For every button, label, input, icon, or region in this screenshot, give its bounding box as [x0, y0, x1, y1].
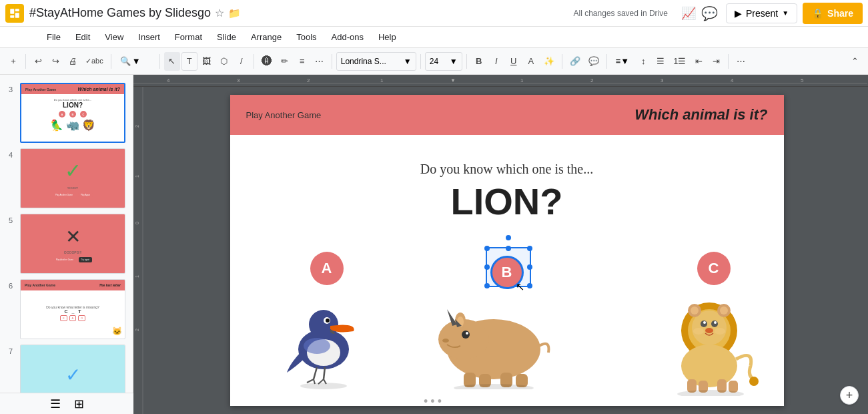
handle-tm[interactable] [506, 246, 511, 251]
th6-right: The last letter [99, 283, 121, 287]
th3-right: Which animal is it? [78, 87, 120, 91]
share-button[interactable]: 🔒 Share [803, 3, 863, 24]
label-a-text: A [322, 260, 332, 277]
bold-button[interactable]: B [471, 52, 487, 71]
slide-item-5[interactable]: 5 ✕ OOOOPS!!! Play Another Game Try agai… [0, 211, 133, 276]
th4-buttons: Play Another Game Play Again [53, 192, 93, 198]
th5-buttons: Play Another Game Try again [53, 257, 92, 262]
slide-thumb-3: Play Another Game Which animal is it? Do… [20, 83, 125, 143]
slide-canvas: Play Another Game Which animal is it? Do… [230, 95, 784, 406]
image-tool[interactable]: 🖼 [199, 52, 215, 71]
font-name-dropdown[interactable]: Londrina S... ▼ [336, 52, 416, 71]
sep1 [25, 54, 26, 69]
indent-increase[interactable]: ⇥ [708, 52, 724, 71]
undo-button[interactable]: ↩ [30, 52, 46, 71]
menu-help[interactable]: Help [372, 29, 403, 45]
th3-circle-c: C [80, 111, 87, 118]
handle-tr[interactable] [527, 246, 532, 251]
collapse-toolbar[interactable]: ⌃ [847, 52, 863, 71]
th3-answer: LION? [63, 101, 83, 109]
handle-rm[interactable] [527, 264, 532, 270]
underline-button[interactable]: U [506, 52, 522, 71]
menu-file[interactable]: File [40, 29, 67, 45]
text-align-dropdown[interactable]: ≡▼ [611, 52, 634, 71]
redo-button[interactable]: ↪ [47, 52, 63, 71]
svg-text:▼: ▼ [450, 77, 456, 83]
insert-button[interactable]: + [5, 52, 21, 71]
zoom-plus-button[interactable]: + [840, 386, 859, 405]
handle-tl[interactable] [484, 246, 490, 251]
cursor-tool[interactable]: ↖ [164, 52, 180, 71]
folder-icon[interactable]: 📁 [228, 7, 241, 19]
svg-point-50 [691, 306, 699, 315]
zoom-dropdown[interactable]: 🔍 ▼ [115, 52, 155, 71]
vertical-ruler: 2 1 0 1 2 [133, 87, 145, 414]
menu-addons[interactable]: Add-ons [325, 29, 370, 45]
indent-decrease[interactable]: ⇤ [691, 52, 707, 71]
th4-check: ✓ [65, 159, 81, 182]
svg-text:3: 3 [237, 77, 240, 83]
menu-view[interactable]: View [98, 29, 130, 45]
spellcheck-button[interactable]: ✓abc [82, 52, 107, 71]
present-icon: ▶ [735, 8, 742, 19]
shape-tool[interactable]: ⬡ [216, 52, 232, 71]
slide-item-3[interactable]: 3 Play Another Game Which animal is it? … [0, 80, 133, 146]
svg-text:1: 1 [135, 275, 139, 278]
comment-button[interactable]: 💬 [585, 52, 602, 71]
print-button[interactable]: 🖨 [65, 52, 81, 71]
sep5 [332, 54, 332, 69]
menu-edit[interactable]: Edit [69, 29, 97, 45]
slide-item-6[interactable]: 6 Play Another Game The last letter Do y… [0, 276, 133, 342]
ruler-v-svg: 2 1 0 1 2 [133, 87, 145, 414]
th3-lion: 🦁 [82, 119, 95, 132]
answer-label-b[interactable]: B [490, 256, 524, 289]
slides-panel: 3 Play Another Game Which animal is it? … [0, 75, 133, 414]
link-button[interactable]: 🔗 [566, 52, 584, 71]
text-color-button[interactable]: A [523, 52, 539, 71]
bullet-list[interactable]: ☰ [653, 52, 669, 71]
menu-slide[interactable]: Slide [210, 29, 243, 45]
menu-arrange[interactable]: Arrange [244, 29, 288, 45]
svg-point-59 [715, 328, 725, 335]
lion-svg [650, 282, 771, 396]
sep10 [728, 54, 729, 69]
answer-label-a[interactable]: A [310, 252, 344, 285]
header-left-text: Play Another Game [246, 110, 322, 120]
menu-tools[interactable]: Tools [290, 29, 323, 45]
handle-lm[interactable] [484, 264, 490, 270]
present-dropdown-icon[interactable]: ▼ [782, 9, 789, 17]
grid-view-icon[interactable]: ⊞ [74, 397, 84, 411]
zoom-icon: 🔍 [120, 56, 131, 66]
sep2 [111, 54, 111, 69]
fill-color[interactable]: 🅐 [258, 52, 276, 71]
font-size-dropdown[interactable]: 24 ▼ [425, 52, 462, 71]
menu-format[interactable]: Format [168, 29, 209, 45]
line-spacing[interactable]: ↕ [635, 52, 651, 71]
svg-line-29 [307, 379, 314, 383]
comments-icon[interactable]: 💬 [701, 5, 718, 21]
svg-point-58 [693, 328, 704, 335]
th7-check: ✓ [65, 364, 81, 386]
highlight-button[interactable]: ✨ [540, 52, 558, 71]
rotate-handle[interactable] [506, 235, 511, 240]
line-style[interactable]: ⋯ [312, 52, 328, 71]
answer-label-c[interactable]: C [697, 252, 731, 285]
line-tool[interactable]: / [234, 52, 250, 71]
th6-letters: C_T [64, 309, 81, 314]
lock-icon: 🔒 [812, 8, 823, 19]
slide-num-4: 4 [5, 151, 16, 159]
star-icon[interactable]: ☆ [215, 7, 224, 19]
menu-insert[interactable]: Insert [131, 29, 167, 45]
text-tool[interactable]: T [181, 52, 197, 71]
more-options[interactable]: ⋯ [733, 52, 749, 71]
svg-text:0: 0 [135, 222, 139, 224]
list-view-icon[interactable]: ☰ [50, 397, 61, 411]
numbered-list[interactable]: 1☰ [670, 52, 689, 71]
border-color[interactable]: ✏ [277, 52, 293, 71]
slide-item-4[interactable]: 4 ✓ YESSS!!! Play Another Game Play Agai… [0, 146, 133, 211]
svg-text:1: 1 [380, 77, 384, 83]
present-button[interactable]: ▶ Present ▼ [726, 3, 797, 23]
horizontal-ruler: 4 3 2 1 ▼ 1 2 3 4 5 [133, 75, 868, 87]
align-tool[interactable]: ≡ [294, 52, 310, 71]
italic-button[interactable]: I [488, 52, 504, 71]
